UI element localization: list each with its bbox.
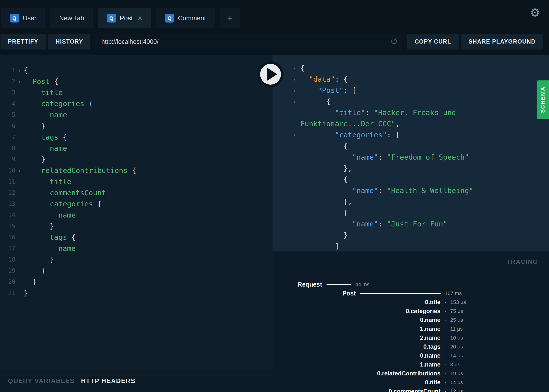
trace-time: 8 μs <box>450 362 460 368</box>
tab-label: Post <box>120 14 133 22</box>
fold-arrow-icon <box>15 109 24 121</box>
code-token: } <box>24 267 45 275</box>
code-token: name <box>50 144 67 152</box>
query-line: 18 } <box>0 254 273 265</box>
code-token: : { <box>335 75 348 83</box>
trace-row: 0.categories-75 μs <box>273 307 549 316</box>
trace-field-name: 0.title <box>273 379 440 386</box>
settings-gear-icon[interactable]: ⚙ <box>530 7 540 18</box>
fold-arrow-icon <box>15 132 24 143</box>
code-token: }, <box>300 197 352 206</box>
tab-post[interactable]: QPost× <box>98 8 151 28</box>
query-line: 4 categories { <box>0 98 273 109</box>
query-line: 19 } <box>0 265 273 276</box>
fold-arrow-icon[interactable]: ▾ <box>290 129 299 141</box>
response-line: ] <box>273 241 549 251</box>
code-token: } <box>300 231 348 239</box>
trace-time: 10 μs <box>450 335 463 341</box>
code-token <box>24 166 41 175</box>
reload-icon[interactable]: ↺ <box>390 37 398 46</box>
fold-arrow-icon[interactable]: ▾ <box>15 165 24 176</box>
fold-arrow-icon[interactable]: ▾ <box>290 96 299 107</box>
response-line: }, <box>273 196 549 207</box>
fold-arrow-icon <box>15 221 24 232</box>
fold-arrow-icon <box>15 176 24 187</box>
tab-list: QUserNew TabQPost×QComment+ <box>1 8 240 28</box>
line-number: 12 <box>0 187 15 198</box>
trace-time: 167 ms <box>445 290 462 296</box>
fold-arrow-icon <box>15 143 24 154</box>
schema-tab[interactable]: SCHEMA <box>537 80 549 119</box>
code-token: { <box>67 233 76 242</box>
code-token: "name" <box>352 220 378 228</box>
line-number: 5 <box>0 109 15 121</box>
trace-time: 44 ms <box>355 281 369 287</box>
code-token: Funktionäre...Der CCC" <box>300 120 395 128</box>
code-token: "Just For Fun" <box>387 220 447 228</box>
share-playground-button[interactable]: SHARE PLAYGROUND <box>461 34 543 49</box>
trace-time: 75 μs <box>450 308 463 314</box>
play-icon <box>267 68 277 81</box>
endpoint-url-input[interactable]: http://localhost:4000/ ↺ <box>95 34 403 49</box>
code-token <box>24 211 58 219</box>
trace-row: 0.name-14 μs <box>273 351 549 360</box>
code-token: "Health & Wellbeing" <box>387 186 473 195</box>
query-line: 21} <box>0 288 273 299</box>
fold-arrow-icon[interactable]: ▾ <box>290 63 299 74</box>
code-token: { <box>300 142 348 150</box>
query-line: 9 } <box>0 154 273 165</box>
line-number: 14 <box>0 210 15 221</box>
tab-comment[interactable]: QComment <box>156 8 215 28</box>
response-line: "name": "Freedom of Speech" <box>273 152 549 163</box>
code-token: tags <box>41 133 58 141</box>
execute-query-button[interactable] <box>258 61 283 87</box>
query-editor[interactable]: 1▾{2▾ Post {3 title4 categories {5 name6… <box>0 55 273 299</box>
code-token <box>24 233 50 242</box>
prettify-button[interactable]: PRETTIFY <box>0 34 46 49</box>
tab-label: User <box>23 14 36 22</box>
code-token: title <box>50 177 71 186</box>
code-token <box>300 186 352 195</box>
trace-field-name: 0.commentsCount <box>273 388 440 392</box>
code-token: { <box>300 64 304 72</box>
history-button[interactable]: HISTORY <box>48 34 90 49</box>
tracing-rows: Request44 msPost167 ms0.title-153 μs0.ca… <box>273 280 549 392</box>
http-headers-tab[interactable]: HTTP HEADERS <box>81 377 136 385</box>
line-number: 15 <box>0 221 15 232</box>
query-line: 11 title <box>0 176 273 187</box>
trace-row: 0.title-14 μs <box>273 378 549 387</box>
response-json: ▾{▾ "data": {▾ "Post": [▾ { "title": "Ha… <box>273 63 549 251</box>
line-number: 1 <box>0 65 15 76</box>
tab-user[interactable]: QUser <box>1 8 45 28</box>
new-tab-button[interactable]: + <box>220 8 240 28</box>
query-variables-tab[interactable]: QUERY VARIABLES <box>8 377 75 385</box>
tab-new-tab[interactable]: New Tab <box>50 8 93 28</box>
response-line: ▾ "data": { <box>273 74 549 85</box>
query-line: 6 } <box>0 121 273 132</box>
trace-row: 0.title-153 μs <box>273 298 549 307</box>
trace-timing-bar <box>327 284 351 285</box>
code-token: Post <box>32 77 50 86</box>
fold-arrow-icon[interactable]: ▾ <box>290 74 299 85</box>
code-token: "Post" <box>318 86 344 95</box>
trace-dash: - <box>444 317 446 323</box>
fold-arrow-icon <box>15 254 24 265</box>
fold-arrow-icon[interactable]: ▾ <box>15 65 24 76</box>
fold-arrow-icon[interactable]: ▾ <box>15 76 24 87</box>
code-token: { <box>300 175 348 184</box>
line-number: 9 <box>0 154 15 165</box>
fold-arrow-icon[interactable]: ▾ <box>290 85 299 96</box>
close-tab-icon[interactable]: × <box>138 14 142 22</box>
response-viewer[interactable]: ▾{▾ "data": {▾ "Post": [▾ { "title": "Ha… <box>273 55 549 251</box>
trace-row: 0.relatedContributions-19 μs <box>273 369 549 378</box>
code-token: { <box>93 200 102 208</box>
copy-curl-button[interactable]: COPY CURL <box>407 34 459 49</box>
endpoint-url-value[interactable]: http://localhost:4000/ <box>101 38 390 45</box>
tab-bar: QUserNew TabQPost×QComment+ ⚙ <box>0 0 549 34</box>
line-number: 21 <box>0 288 15 299</box>
line-number: 17 <box>0 243 15 254</box>
main-split: 1▾{2▾ Post {3 title4 categories {5 name6… <box>0 55 549 392</box>
query-editor-pane[interactable]: 1▾{2▾ Post {3 title4 categories {5 name6… <box>0 55 273 392</box>
response-line: "name": "Just For Fun" <box>273 219 549 230</box>
query-badge: Q <box>165 14 174 23</box>
